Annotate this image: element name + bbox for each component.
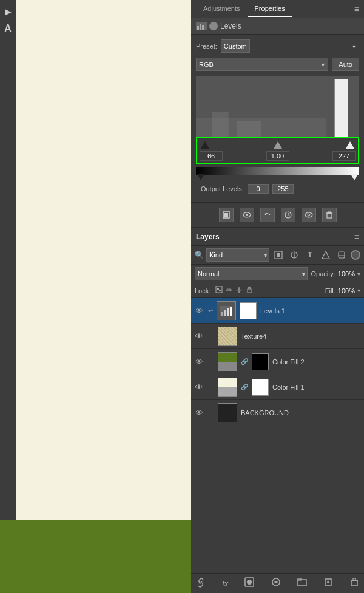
panel-menu-icon[interactable]: ≡ bbox=[354, 4, 359, 14]
preset-select-wrapper: Custom bbox=[221, 39, 359, 53]
tab-properties[interactable]: Properties bbox=[248, 1, 292, 17]
canvas-toolbar: ▶ A bbox=[0, 0, 16, 593]
text-tool-button[interactable]: A bbox=[1, 22, 15, 35]
svg-rect-14 bbox=[328, 212, 331, 213]
mask-button[interactable] bbox=[244, 577, 254, 589]
histogram-icon bbox=[196, 22, 207, 30]
eyedropper-section bbox=[191, 202, 364, 227]
visibility-button[interactable] bbox=[240, 208, 254, 222]
colorfill1-thumb bbox=[218, 378, 237, 397]
svg-rect-6 bbox=[224, 213, 228, 217]
output-white-input[interactable] bbox=[272, 184, 294, 194]
output-black-input[interactable] bbox=[248, 184, 269, 194]
layers-panel: Layers ≡ 🔍 Kind T bbox=[191, 227, 364, 593]
fill-label: Fill: bbox=[325, 287, 335, 294]
layer-row[interactable]: 👁 BACKGROUND bbox=[191, 400, 364, 425]
layer-name-levels1: Levels 1 bbox=[260, 307, 360, 314]
layers-title: Layers bbox=[196, 232, 220, 241]
black-point-slider[interactable] bbox=[201, 141, 209, 149]
opacity-arrow[interactable]: ▾ bbox=[357, 271, 360, 277]
new-fill-button[interactable] bbox=[271, 577, 281, 589]
mid-input[interactable] bbox=[266, 151, 289, 161]
clip-button[interactable] bbox=[219, 208, 234, 222]
smart-filter-button[interactable] bbox=[335, 248, 348, 262]
type-filter-button[interactable]: T bbox=[303, 248, 317, 262]
adjustment-filter-button[interactable] bbox=[288, 248, 301, 262]
eye-icon-colorfill2[interactable]: 👁 bbox=[195, 357, 204, 367]
white-input[interactable] bbox=[332, 151, 356, 161]
white-point-slider[interactable] bbox=[346, 141, 354, 149]
reset-button[interactable] bbox=[281, 208, 295, 222]
svg-marker-18 bbox=[322, 251, 329, 259]
auto-button[interactable]: Auto bbox=[332, 58, 359, 71]
output-label: Output Levels: bbox=[201, 185, 244, 192]
svg-point-11 bbox=[308, 214, 310, 216]
shape-filter-button[interactable] bbox=[319, 248, 332, 262]
fill-arrow[interactable]: ▾ bbox=[357, 287, 360, 294]
undo-button[interactable] bbox=[260, 208, 275, 222]
svg-rect-19 bbox=[339, 252, 345, 258]
kind-select[interactable]: Kind bbox=[206, 248, 269, 262]
lock-row: Lock: ✏ ✛ Fill: 100% ▾ bbox=[191, 283, 364, 298]
histogram-container bbox=[196, 76, 359, 175]
pixel-filter-button[interactable] bbox=[272, 248, 285, 262]
eye-icon-background[interactable]: 👁 bbox=[195, 408, 204, 418]
filter-toggle[interactable] bbox=[351, 250, 360, 260]
output-black-slider[interactable] bbox=[197, 174, 204, 180]
opacity-group: Opacity: 100% ▾ bbox=[311, 270, 361, 277]
eye-icon-texture4[interactable]: 👁 bbox=[195, 331, 204, 341]
layer-name-background: BACKGROUND bbox=[241, 409, 360, 416]
tab-adjustments[interactable]: Adjustments bbox=[196, 1, 248, 17]
visibility2-button[interactable] bbox=[302, 208, 316, 222]
layer-name-texture4: Texture4 bbox=[241, 333, 360, 340]
svg-line-30 bbox=[200, 581, 202, 584]
fx-button[interactable]: fx bbox=[222, 579, 228, 588]
blend-mode-select[interactable]: Normal bbox=[195, 267, 308, 280]
lock-move-icon[interactable]: ✛ bbox=[236, 286, 242, 295]
svg-point-10 bbox=[305, 212, 312, 217]
preset-select[interactable]: Custom bbox=[221, 39, 250, 53]
svg-rect-41 bbox=[353, 578, 356, 580]
delete-button[interactable] bbox=[322, 208, 337, 222]
background-thumb bbox=[218, 403, 237, 422]
new-layer-button[interactable] bbox=[323, 577, 333, 589]
svg-rect-12 bbox=[327, 213, 332, 218]
black-input[interactable] bbox=[200, 151, 223, 161]
layer-row[interactable]: 👁 Texture4 bbox=[191, 324, 364, 349]
panel-title: Levels bbox=[220, 22, 241, 30]
layers-menu-icon[interactable]: ≡ bbox=[354, 232, 359, 242]
layer-row[interactable]: 👁 🔗 Color Fill 1 bbox=[191, 374, 364, 400]
lock-paint-icon[interactable]: ✏ bbox=[226, 286, 232, 295]
layer-row[interactable]: 👁 ↩ Levels 1 bbox=[191, 298, 364, 324]
search-icon: 🔍 bbox=[195, 251, 204, 259]
svg-point-32 bbox=[247, 580, 252, 585]
svg-rect-26 bbox=[221, 312, 223, 316]
lock-pixels-icon[interactable] bbox=[215, 286, 223, 295]
layers-toolbar: 🔍 Kind T bbox=[191, 246, 364, 265]
eye-icon-colorfill1[interactable]: 👁 bbox=[195, 382, 204, 392]
blend-row: Normal Opacity: 100% ▾ bbox=[191, 265, 364, 283]
eye-icon-levels1[interactable]: 👁 bbox=[195, 306, 204, 316]
input-slider-row bbox=[196, 137, 359, 164]
channel-row: RGB Auto bbox=[196, 58, 359, 71]
svg-rect-24 bbox=[248, 289, 251, 293]
midpoint-slider[interactable] bbox=[274, 141, 282, 149]
lock-icons: ✏ ✛ bbox=[215, 286, 253, 295]
lock-all-icon[interactable] bbox=[246, 286, 253, 295]
layer-row[interactable]: 👁 🔗 Color Fill 2 bbox=[191, 349, 364, 374]
blend-select-wrapper: Normal bbox=[195, 267, 308, 280]
play-button[interactable]: ▶ bbox=[1, 5, 15, 18]
layer-name-colorfill1: Color Fill 1 bbox=[272, 384, 360, 391]
colorfill2-thumb bbox=[218, 352, 237, 371]
output-white-slider[interactable] bbox=[351, 174, 358, 180]
opacity-value[interactable]: 100% bbox=[338, 270, 355, 277]
link-button[interactable] bbox=[196, 578, 206, 589]
channel-select[interactable]: RGB bbox=[196, 58, 328, 71]
new-group-button[interactable] bbox=[297, 577, 307, 589]
channel-select-wrapper: RGB bbox=[196, 58, 328, 71]
levels1-mask bbox=[240, 302, 257, 319]
preset-label: Preset: bbox=[196, 42, 217, 50]
fill-value[interactable]: 100% bbox=[338, 287, 355, 294]
delete-layer-button[interactable] bbox=[349, 577, 359, 589]
opacity-label: Opacity: bbox=[311, 270, 335, 277]
